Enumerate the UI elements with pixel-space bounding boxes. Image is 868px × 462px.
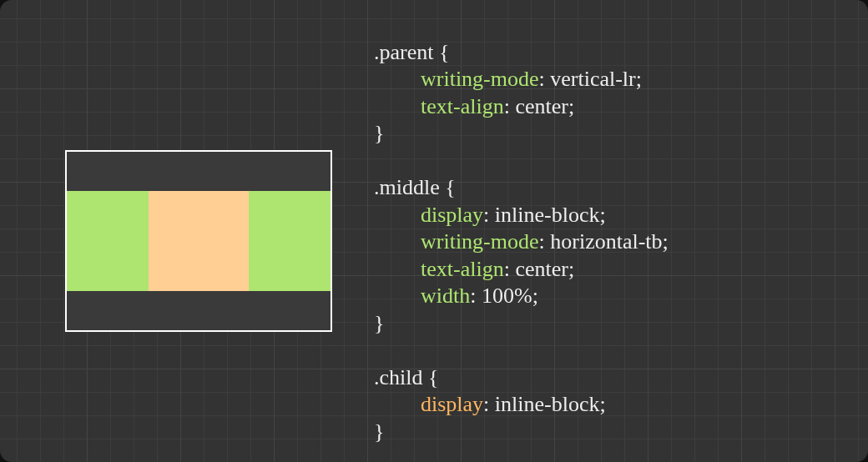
prop-text-align: text-align (421, 257, 504, 281)
prop-display: display (421, 203, 483, 227)
prop-writing-mode: writing-mode (421, 229, 539, 254)
selector-middle: .middle (374, 175, 440, 199)
val-vertical-lr: vertical-lr (550, 67, 636, 91)
semi: ; (663, 229, 669, 254)
semi: ; (599, 203, 605, 227)
brace-close: } (374, 419, 384, 444)
val-center: center (515, 94, 568, 118)
demo-parent-box (65, 150, 332, 332)
val-center: center (515, 257, 568, 281)
prop-writing-mode: writing-mode (421, 67, 539, 91)
colon: : (483, 203, 495, 227)
semi: ; (568, 257, 574, 281)
selector-child: .child (374, 365, 423, 389)
semi: ; (599, 392, 605, 416)
colon: : (504, 94, 516, 118)
brace-open: { (433, 40, 449, 64)
colon: : (539, 67, 551, 91)
code-block: .parent { writing-mode: vertical-lr; tex… (374, 12, 669, 445)
colon: : (504, 257, 516, 281)
semi: ; (568, 94, 574, 118)
colon: : (470, 284, 482, 308)
colon: : (483, 392, 495, 416)
brace-open: { (440, 175, 456, 199)
val-inline-block: inline-block (495, 203, 600, 227)
val-hundred: 100% (482, 284, 532, 308)
prop-width: width (421, 284, 470, 308)
brace-open: { (423, 365, 439, 389)
semi: ; (636, 67, 642, 91)
val-horizontal-tb: horizontal-tb (550, 229, 662, 254)
prop-display: display (421, 392, 483, 416)
colon: : (539, 229, 551, 254)
val-inline-block: inline-block (495, 392, 600, 416)
brace-close: } (374, 121, 384, 145)
demo-child-box (149, 191, 249, 291)
brace-close: } (374, 311, 384, 335)
selector-parent: .parent (374, 40, 433, 64)
slide-panel: .parent { writing-mode: vertical-lr; tex… (0, 0, 868, 462)
prop-text-align: text-align (421, 94, 504, 118)
demo-middle-box (67, 191, 331, 291)
semi: ; (532, 284, 538, 308)
